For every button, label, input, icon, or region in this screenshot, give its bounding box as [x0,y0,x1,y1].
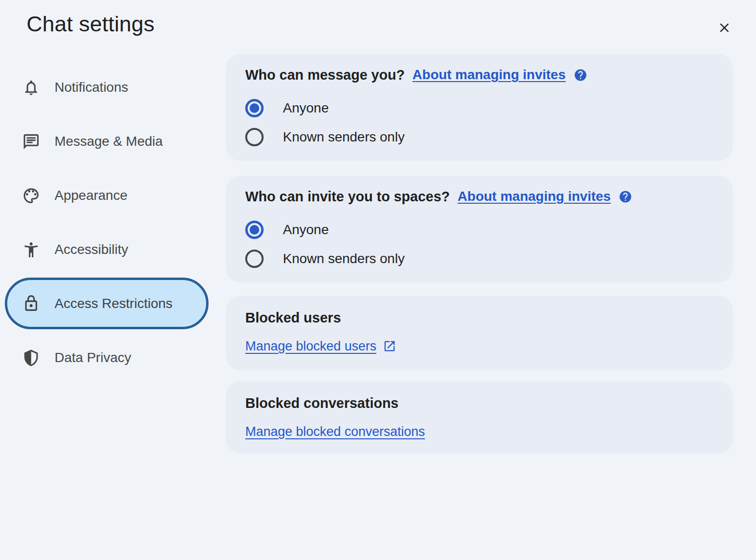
section-heading: Blocked users [245,310,341,326]
radio-option-known-senders[interactable]: Known senders only [245,128,405,146]
radio-selected-icon[interactable] [245,99,264,117]
sidebar-item-label: Message & Media [55,134,163,149]
sidebar-item-label: Data Privacy [55,350,131,365]
radio-label: Known senders only [283,251,405,266]
about-managing-invites-link[interactable]: About managing invites [458,189,611,204]
accessibility-icon [22,241,40,259]
radio-label: Anyone [283,222,329,238]
chat-bubble-icon [22,133,40,151]
chat-settings-dialog: Chat settings Notifications Message & Me… [0,0,756,560]
sidebar-item-data-privacy[interactable]: Data Privacy [0,331,217,385]
sidebar-item-message-media[interactable]: Message & Media [0,114,217,168]
palette-icon [22,187,40,205]
manage-blocked-users-link[interactable]: Manage blocked users [245,339,377,354]
close-icon [717,20,732,35]
manage-blocked-conversations-link[interactable]: Manage blocked conversations [245,424,425,439]
radio-label: Anyone [283,100,329,116]
sidebar-item-label: Accessibility [55,242,128,257]
sidebar-item-notifications[interactable]: Notifications [0,60,217,114]
question-mark-circle-icon[interactable] [618,190,632,204]
settings-sidebar: Notifications Message & Media Appearance… [0,60,217,385]
shield-half-icon [22,349,40,367]
sidebar-item-appearance[interactable]: Appearance [0,168,217,223]
close-button[interactable] [714,17,735,38]
section-blocked-users: Blocked users Manage blocked users [226,296,733,370]
section-heading: Who can message you? [245,67,405,83]
open-in-new-icon [383,339,396,353]
radio-selected-icon[interactable] [245,221,264,239]
radio-label: Known senders only [283,129,405,145]
bell-icon [22,79,40,97]
radio-option-anyone[interactable]: Anyone [245,221,329,239]
section-who-can-message: Who can message you? About managing invi… [226,54,733,161]
section-blocked-conversations: Blocked conversations Manage blocked con… [226,381,733,453]
radio-unselected-icon[interactable] [245,128,264,146]
sidebar-item-accessibility[interactable]: Accessibility [0,223,217,277]
page-title: Chat settings [27,12,154,37]
radio-option-anyone[interactable]: Anyone [245,99,329,117]
sidebar-item-label: Appearance [55,188,127,203]
about-managing-invites-link[interactable]: About managing invites [412,67,565,83]
sidebar-item-label: Notifications [55,80,128,95]
sidebar-item-label: Access Restrictions [55,296,172,311]
section-heading: Blocked conversations [245,395,399,411]
sidebar-item-access-restrictions[interactable]: Access Restrictions [5,278,209,329]
lock-icon [22,294,40,312]
section-who-can-invite: Who can invite you to spaces? About mana… [226,176,733,282]
radio-unselected-icon[interactable] [245,250,264,268]
section-heading: Who can invite you to spaces? [245,189,450,205]
radio-option-known-senders[interactable]: Known senders only [245,250,405,268]
question-mark-circle-icon[interactable] [574,68,588,82]
